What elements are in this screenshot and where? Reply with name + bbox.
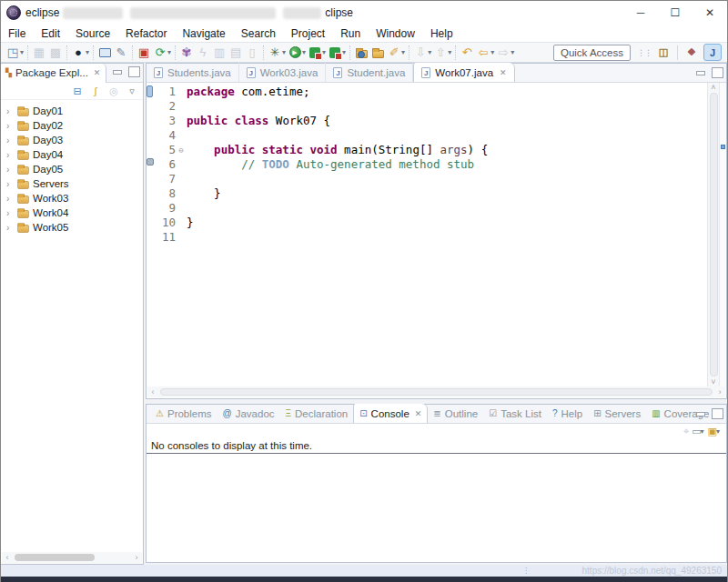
chevron-down-icon[interactable]: ▾	[322, 48, 326, 56]
console-tab-javadoc[interactable]: @Javadoc	[217, 404, 280, 423]
minimize-view-icon[interactable]	[111, 66, 123, 77]
chevron-right-icon[interactable]: ›	[6, 150, 14, 160]
chevron-down-icon[interactable]: ▾	[282, 48, 286, 56]
chevron-down-icon[interactable]: ▾	[716, 427, 720, 436]
chevron-down-icon[interactable]: ▾	[701, 427, 704, 436]
open-folder-icon[interactable]	[369, 45, 386, 61]
editor-tab-work03.java[interactable]: JWork03.java	[239, 63, 327, 82]
chevron-down-icon[interactable]: ▾	[401, 48, 405, 56]
torch-search-icon[interactable]: ✐	[386, 45, 402, 61]
refresh-icon[interactable]: ⟳	[152, 45, 168, 61]
chevron-right-icon[interactable]: ›	[6, 223, 14, 233]
scrapbook-icon[interactable]: ✎	[113, 45, 129, 61]
editor-tab-work07.java[interactable]: JWork07.java✕	[413, 63, 514, 82]
console-tab-help[interactable]: ?Help	[547, 404, 588, 423]
chevron-right-icon[interactable]: ›	[6, 106, 14, 116]
type-hierarchy-icon[interactable]: ✾	[178, 45, 195, 61]
focus-icon[interactable]: ◎	[106, 85, 121, 97]
chevron-right-icon[interactable]: ›	[6, 208, 14, 218]
console-tab-console[interactable]: ⊡Console✕	[353, 404, 428, 423]
chevron-down-icon[interactable]: ▾	[86, 48, 89, 56]
close-icon[interactable]: ✕	[94, 68, 101, 77]
profile-icon[interactable]	[327, 45, 343, 61]
chevron-down-icon[interactable]: ▾	[490, 48, 494, 56]
maximize-editor-icon[interactable]	[712, 67, 723, 78]
menu-search[interactable]: Search	[241, 27, 276, 40]
forward-icon[interactable]: ⇨	[495, 45, 511, 61]
menu-help[interactable]: Help	[430, 27, 453, 40]
console-tab-problems[interactable]: ⚠Problems	[150, 404, 217, 423]
back-icon[interactable]: ⇦	[475, 45, 491, 61]
open-web-folder-icon[interactable]	[353, 45, 369, 61]
editor-hscrollbar[interactable]: ‹ ›	[147, 386, 725, 397]
tree-item-day04[interactable]: ›Day04	[1, 147, 143, 162]
minimize-editor-icon[interactable]	[694, 67, 706, 78]
scroll-left-icon[interactable]: ‹	[2, 553, 13, 562]
scroll-up-icon[interactable]: ˄	[708, 83, 719, 92]
pin-console-icon[interactable]: ⌖	[683, 426, 689, 436]
menu-run[interactable]: Run	[340, 27, 360, 40]
scroll-left-icon[interactable]: ‹	[147, 387, 158, 396]
menu-edit[interactable]: Edit	[41, 27, 60, 40]
scroll-right-icon[interactable]: ›	[131, 553, 142, 562]
chevron-down-icon[interactable]: ▾	[167, 48, 171, 56]
editor-tab-students.java[interactable]: JStudents.java	[147, 63, 239, 82]
view-menu-icon[interactable]: ▿	[125, 85, 139, 97]
menu-source[interactable]: Source	[76, 27, 110, 40]
close-icon[interactable]: ✕	[415, 409, 422, 418]
run-icon[interactable]: ▶	[287, 45, 303, 61]
menu-project[interactable]: Project	[291, 27, 325, 40]
console-tab-task-list[interactable]: ☑Task List	[483, 404, 547, 423]
open-perspective-icon[interactable]: ◫	[654, 44, 672, 61]
scroll-down-icon[interactable]: ˅	[708, 377, 719, 386]
hscroll-thumb[interactable]	[15, 554, 95, 561]
chevron-down-icon[interactable]: ▾	[511, 48, 514, 56]
maximize-button[interactable]: ☐	[658, 1, 693, 25]
vscroll-thumb[interactable]	[710, 93, 718, 376]
user-profile-icon[interactable]: ●	[70, 45, 86, 61]
console-tab-outline[interactable]: ≣Outline	[428, 404, 483, 423]
package-explorer-tab[interactable]: ▚ Package Expl... ✕	[1, 64, 106, 83]
editor-tab-student.java[interactable]: JStudent.java	[326, 63, 413, 82]
close-icon[interactable]: ✕	[500, 68, 507, 77]
tree-item-day01[interactable]: ›Day01	[1, 104, 143, 118]
chevron-down-icon[interactable]: ▾	[302, 48, 306, 56]
chevron-down-icon[interactable]: ▾	[448, 48, 451, 56]
minimize-button[interactable]: ─	[623, 1, 658, 25]
chevron-right-icon[interactable]: ›	[6, 135, 14, 146]
open-terminal-icon[interactable]	[96, 45, 113, 61]
quick-access-button[interactable]: Quick Access	[553, 45, 631, 61]
close-button[interactable]: ✕	[693, 1, 727, 25]
chevron-right-icon[interactable]: ›	[6, 121, 14, 131]
chevron-down-icon[interactable]: ▾	[20, 48, 24, 56]
new-plugin-icon[interactable]: ▣	[136, 45, 152, 61]
javaee-perspective-icon[interactable]: ❖	[682, 44, 701, 61]
menu-refactor[interactable]: Refactor	[126, 27, 167, 40]
tree-item-work04[interactable]: ›Work04	[1, 206, 143, 220]
scroll-right-icon[interactable]: ›	[714, 387, 725, 396]
maximize-console-icon[interactable]	[712, 408, 723, 419]
tree-item-work05[interactable]: ›Work05	[1, 220, 143, 235]
console-tab-declaration[interactable]: ΞDeclaration	[280, 404, 354, 423]
tree-item-day03[interactable]: ›Day03	[1, 133, 143, 147]
console-tab-servers[interactable]: ⊞Servers	[588, 404, 646, 423]
tree-item-day02[interactable]: ›Day02	[1, 118, 143, 133]
chevron-right-icon[interactable]: ›	[6, 194, 14, 204]
back-history-icon[interactable]: ↶	[459, 45, 475, 61]
menu-file[interactable]: File	[8, 27, 25, 40]
debug-icon[interactable]: ✳	[267, 45, 283, 61]
tree-item-day05[interactable]: ›Day05	[1, 162, 143, 176]
maximize-view-icon[interactable]	[128, 66, 140, 77]
package-explorer-hscrollbar[interactable]: ‹ ›	[2, 552, 142, 563]
code-editor[interactable]: 1package com.etime;23public class Work07…	[154, 83, 707, 386]
coverage-icon[interactable]	[307, 45, 323, 61]
hscroll-thumb[interactable]	[160, 388, 713, 396]
tree-item-work03[interactable]: ›Work03	[1, 191, 143, 206]
menu-window[interactable]: Window	[376, 27, 415, 40]
new-wizard-icon[interactable]: ◳	[5, 45, 21, 61]
link-with-editor-icon[interactable]: ʃ	[88, 85, 103, 96]
chevron-down-icon[interactable]: ▾	[428, 48, 431, 56]
chevron-right-icon[interactable]: ›	[6, 165, 14, 175]
editor-vscrollbar[interactable]: ˄ ˅	[707, 83, 719, 386]
menu-navigate[interactable]: Navigate	[182, 27, 225, 40]
